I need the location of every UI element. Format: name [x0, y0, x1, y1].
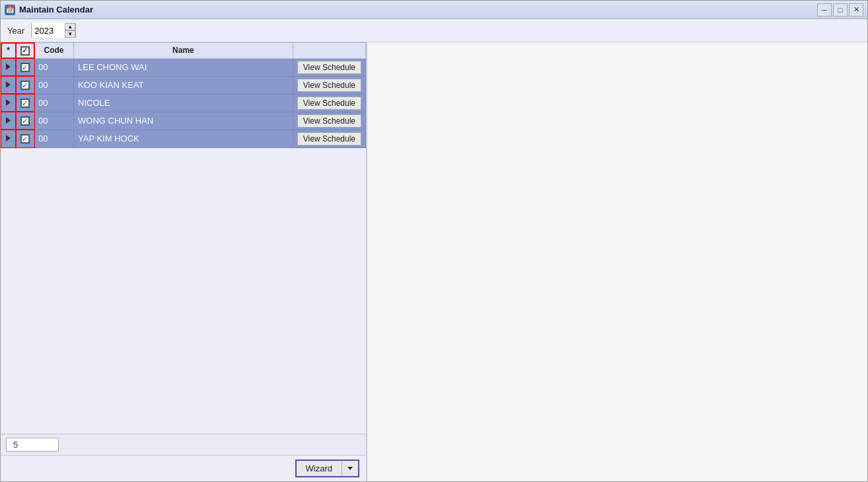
- table-row: 00YAP KIM HOCKView Schedule: [1, 130, 366, 147]
- action-cell: View Schedule: [293, 130, 365, 147]
- checkbox-cell: [16, 112, 34, 130]
- view-schedule-button[interactable]: View Schedule: [297, 97, 361, 110]
- code-cell: 00: [34, 130, 74, 147]
- content-area: * Code Name 00LEE CHONG WAIView Schedule…: [1, 42, 867, 481]
- expand-arrow-icon: [6, 99, 11, 106]
- row-checkbox[interactable]: [20, 99, 30, 108]
- left-panel: * Code Name 00LEE CHONG WAIView Schedule…: [1, 42, 367, 481]
- name-cell: YAP KIM HOCK: [74, 130, 293, 147]
- th-name: Name: [74, 43, 293, 59]
- row-checkbox[interactable]: [20, 116, 30, 126]
- code-cell: 00: [34, 58, 74, 76]
- wizard-button[interactable]: Wizard: [297, 461, 342, 476]
- checkbox-cell: [16, 130, 34, 147]
- expand-arrow-icon: [6, 81, 11, 88]
- view-schedule-button[interactable]: View Schedule: [297, 61, 361, 74]
- name-cell: NICOLE: [74, 94, 293, 112]
- checkbox-cell: [16, 76, 34, 94]
- wizard-area: Wizard: [1, 455, 366, 481]
- right-panel: [367, 42, 867, 481]
- checkbox-cell: [16, 94, 34, 112]
- year-increment-button[interactable]: ▲: [65, 23, 75, 30]
- window-body: Year ▲ ▼ *: [1, 19, 867, 481]
- year-decrement-button[interactable]: ▼: [65, 30, 75, 38]
- restore-button[interactable]: □: [833, 3, 848, 17]
- window-icon: 📅: [5, 5, 15, 15]
- expand-cell[interactable]: [1, 94, 16, 112]
- minimize-button[interactable]: ─: [817, 3, 832, 17]
- bottom-bar: 5: [1, 434, 366, 455]
- checkbox-cell: [16, 58, 34, 76]
- action-cell: View Schedule: [293, 94, 365, 112]
- table-body: 00LEE CHONG WAIView Schedule00KOO KIAN K…: [1, 58, 366, 147]
- wizard-btn-group: Wizard: [295, 460, 359, 477]
- table-row: 00KOO KIAN KEATView Schedule: [1, 76, 366, 94]
- dropdown-arrow-icon: [347, 467, 353, 470]
- table-header-row: * Code Name: [1, 43, 366, 59]
- toolbar: Year ▲ ▼: [1, 19, 867, 42]
- view-schedule-button[interactable]: View Schedule: [297, 79, 361, 92]
- expand-arrow-icon: [6, 135, 11, 141]
- view-schedule-button[interactable]: View Schedule: [297, 132, 361, 145]
- table-row: 00LEE CHONG WAIView Schedule: [1, 58, 366, 76]
- th-code: Code: [34, 43, 74, 59]
- record-count: 5: [6, 438, 59, 452]
- title-bar: 📅 Maintain Calendar ─ □ ✕: [1, 1, 867, 19]
- employee-table: * Code Name 00LEE CHONG WAIView Schedule…: [1, 42, 366, 148]
- header-checkbox[interactable]: [20, 46, 30, 56]
- th-star: *: [1, 43, 16, 59]
- wizard-dropdown-button[interactable]: [342, 461, 358, 476]
- table-container: * Code Name 00LEE CHONG WAIView Schedule…: [1, 42, 366, 434]
- year-label: Year: [7, 26, 24, 36]
- code-cell: 00: [34, 94, 74, 112]
- name-cell: LEE CHONG WAI: [74, 58, 293, 76]
- name-cell: WONG CHUN HAN: [74, 112, 293, 130]
- expand-arrow-icon: [6, 63, 11, 70]
- table-row: 00NICOLEView Schedule: [1, 94, 366, 112]
- expand-cell[interactable]: [1, 76, 16, 94]
- th-action: [293, 43, 365, 59]
- action-cell: View Schedule: [293, 76, 365, 94]
- expand-cell[interactable]: [1, 58, 16, 76]
- table-row: 00WONG CHUN HANView Schedule: [1, 112, 366, 130]
- year-spinner: ▲ ▼: [31, 23, 76, 38]
- window-title: Maintain Calendar: [19, 5, 817, 15]
- row-checkbox[interactable]: [20, 63, 30, 72]
- close-button[interactable]: ✕: [849, 3, 863, 17]
- view-schedule-button[interactable]: View Schedule: [297, 114, 361, 128]
- expand-arrow-icon: [6, 117, 11, 124]
- name-cell: KOO KIAN KEAT: [74, 76, 293, 94]
- year-input[interactable]: [32, 23, 65, 38]
- action-cell: View Schedule: [293, 112, 365, 130]
- code-cell: 00: [34, 112, 74, 130]
- expand-cell[interactable]: [1, 130, 16, 147]
- row-checkbox[interactable]: [20, 134, 30, 143]
- main-window: 📅 Maintain Calendar ─ □ ✕ Year ▲ ▼: [0, 0, 868, 482]
- row-checkbox[interactable]: [20, 81, 30, 90]
- title-bar-controls: ─ □ ✕: [817, 3, 863, 17]
- expand-cell[interactable]: [1, 112, 16, 130]
- th-check: [16, 43, 34, 59]
- code-cell: 00: [34, 76, 74, 94]
- year-spinner-buttons: ▲ ▼: [65, 23, 75, 38]
- action-cell: View Schedule: [293, 58, 365, 76]
